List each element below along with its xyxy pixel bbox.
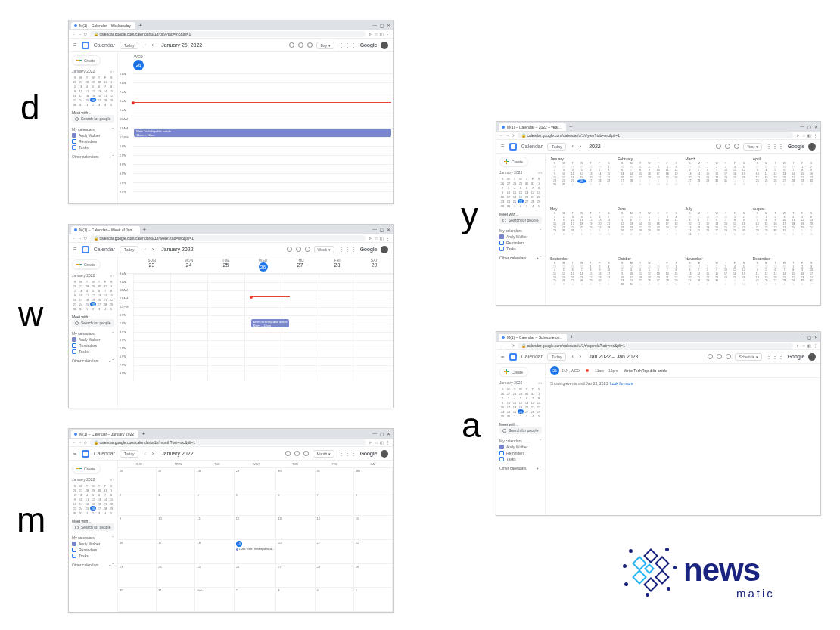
create-button[interactable]: Create (499, 367, 528, 377)
month-cell[interactable]: 26 (235, 564, 277, 588)
month-cell[interactable]: 23 (118, 564, 157, 588)
menu-icon[interactable]: ≡ (73, 42, 77, 48)
browser-tab[interactable]: M(1) – Calendar – Schedule ov... (499, 334, 567, 341)
view-selector[interactable]: Month ▾ (313, 450, 334, 458)
year-month[interactable]: JuneSMTWTFS29303112345678910111213141516… (618, 206, 680, 252)
year-month[interactable]: AprilSMTWTFS2728293031123456789101112131… (753, 157, 816, 202)
today-button[interactable]: Today (120, 450, 138, 458)
month-cell[interactable]: 18 (195, 540, 234, 564)
month-cell[interactable]: 7 (316, 492, 354, 517)
url-field[interactable]: 🔒 calendar.google.com/calendar/u/1/r/mon… (90, 439, 366, 445)
next-button[interactable]: › (151, 42, 154, 48)
today-button[interactable]: Today (120, 42, 138, 49)
create-button[interactable]: Create (499, 157, 528, 166)
month-cell[interactable]: 16 (118, 540, 157, 564)
gear-icon[interactable] (307, 42, 313, 48)
window-controls[interactable]: —◻✕ (372, 227, 390, 232)
new-tab-button[interactable]: + (143, 226, 147, 233)
view-selector[interactable]: Day ▾ (316, 42, 334, 49)
search-icon[interactable] (287, 247, 292, 252)
month-cell[interactable]: 4 (195, 492, 234, 517)
week-col[interactable]: FRI28 (319, 256, 356, 273)
calendar-item-reminders[interactable]: Reminders (72, 139, 114, 144)
window-controls[interactable]: —◻✕ (372, 23, 390, 28)
year-month[interactable]: JanuarySMTWTFS26272829303112345678910111… (550, 157, 613, 202)
avatar[interactable] (381, 42, 388, 49)
search-people-input[interactable]: Search for people (499, 216, 542, 224)
month-cell[interactable]: Jan 1 (354, 468, 393, 492)
schedule-row[interactable]: 26 JAN, WED 11am – 12pm Write TechRepubl… (546, 364, 820, 378)
month-cell[interactable]: 3 (276, 588, 315, 612)
look-for-more-link[interactable]: Look for more (610, 381, 633, 386)
month-cell[interactable]: 13 (276, 516, 315, 540)
year-month[interactable]: AugustSMTWTFS311234567891011121314151617… (753, 206, 816, 252)
calendar-event[interactable]: Write TechRepublic article11am – 12pm (251, 319, 290, 327)
url-field[interactable]: 🔒 calendar.google.com/calendar/u/1/r/day… (90, 31, 366, 37)
browser-tab[interactable]: M(1) – Calendar – Wednesday (71, 22, 135, 29)
week-col[interactable]: MON24 (170, 256, 207, 273)
apps-icon[interactable]: ⋮⋮⋮ (338, 42, 356, 48)
year-month[interactable]: OctoberSMTWTFS25262728293012345678910111… (618, 256, 680, 302)
month-cell[interactable]: 28 (316, 564, 354, 588)
reload-icon[interactable]: ⟳ (84, 32, 87, 36)
today-button[interactable]: Today (547, 143, 566, 151)
month-cell[interactable]: 17 (157, 540, 195, 564)
week-col[interactable]: WED26 (244, 256, 282, 273)
prev-button[interactable]: ‹ (143, 42, 146, 48)
menu-icon[interactable]: ≡ (73, 246, 77, 253)
avatar[interactable] (381, 246, 388, 253)
month-cell[interactable]: 29 (235, 468, 277, 492)
year-month[interactable]: JulySMTWTFS26272829301234567891011121314… (686, 206, 748, 252)
month-cell[interactable]: 12 (235, 516, 277, 540)
month-cell[interactable]: 22 (354, 540, 393, 564)
year-month[interactable]: DecemberSMTWTFS2728293012345678910111213… (753, 256, 816, 302)
month-cell[interactable]: 3 (157, 492, 195, 517)
month-cell[interactable]: 8 (354, 492, 393, 517)
url-field[interactable]: 🔒 calendar.google.com/calendar/u/1/r/age… (518, 343, 793, 349)
month-cell[interactable]: 4 (316, 588, 354, 612)
week-col[interactable]: SAT29 (356, 256, 393, 273)
month-cell[interactable]: 9 (118, 516, 157, 540)
month-cell[interactable]: 11 (195, 516, 234, 540)
month-cell[interactable]: 2 (235, 588, 277, 612)
mini-calendar[interactable]: January 2022‹ › SMTWTFS26272829303112345… (72, 67, 114, 107)
view-selector[interactable]: Week ▾ (314, 246, 334, 253)
month-cell[interactable]: 15 (354, 516, 393, 540)
url-field[interactable]: 🔒 calendar.google.com/calendar/u/1/r/wee… (90, 235, 366, 241)
month-cell[interactable]: 10 (157, 516, 195, 540)
year-month[interactable]: SeptemberSMTWTFS282930311234567891011121… (550, 256, 613, 302)
month-cell[interactable]: 20 (276, 540, 315, 564)
month-cell[interactable]: 28 (195, 468, 234, 492)
today-button[interactable]: Today (547, 353, 566, 361)
other-calendars-header[interactable]: Other calendars+ ˄ (72, 154, 114, 159)
url-field[interactable]: 🔒 calendar.google.com/calendar/u/1/r/yea… (518, 132, 793, 138)
week-col[interactable]: THU27 (282, 256, 319, 273)
search-icon[interactable] (289, 42, 294, 48)
ext-icon[interactable]: ◧ (380, 32, 384, 36)
month-cell[interactable]: 14 (316, 516, 354, 540)
month-cell[interactable]: 31 (157, 588, 195, 612)
month-cell[interactable]: 21 (316, 540, 354, 564)
browser-tab[interactable]: M(1) – Calendar – January 2022 (71, 430, 138, 438)
month-cell[interactable]: 1911am Write TechRepublic ar... (235, 540, 277, 564)
month-cell[interactable]: 5 (235, 492, 277, 517)
calendar-item-tasks[interactable]: Tasks (72, 145, 114, 150)
fwd-icon[interactable]: → (78, 32, 82, 36)
gear-icon[interactable] (305, 247, 310, 252)
help-icon[interactable] (296, 247, 301, 252)
month-cell[interactable]: 2 (118, 492, 157, 517)
month-cell[interactable]: 6 (276, 492, 315, 517)
month-cell[interactable]: 30 (118, 588, 157, 612)
year-month[interactable]: NovemberSMTWTFS3031123456789101112131415… (686, 256, 748, 302)
view-selector[interactable]: Year ▾ (743, 143, 762, 151)
search-people-input[interactable]: Search for people (72, 319, 114, 327)
calendar-item-andy[interactable]: Andy Wolber (72, 133, 114, 138)
month-cell[interactable]: 29 (354, 564, 393, 588)
month-cell[interactable]: Feb 1 (195, 588, 234, 612)
create-button[interactable]: Create (72, 464, 101, 473)
search-people-input[interactable]: Search for people (72, 115, 114, 123)
search-people-input[interactable]: Search for people (72, 523, 114, 531)
browser-tab[interactable]: M(1) – Calendar – Week of Jan... (71, 226, 140, 234)
month-cell[interactable]: 30 (276, 468, 315, 492)
month-cell[interactable]: 26 (118, 468, 157, 492)
